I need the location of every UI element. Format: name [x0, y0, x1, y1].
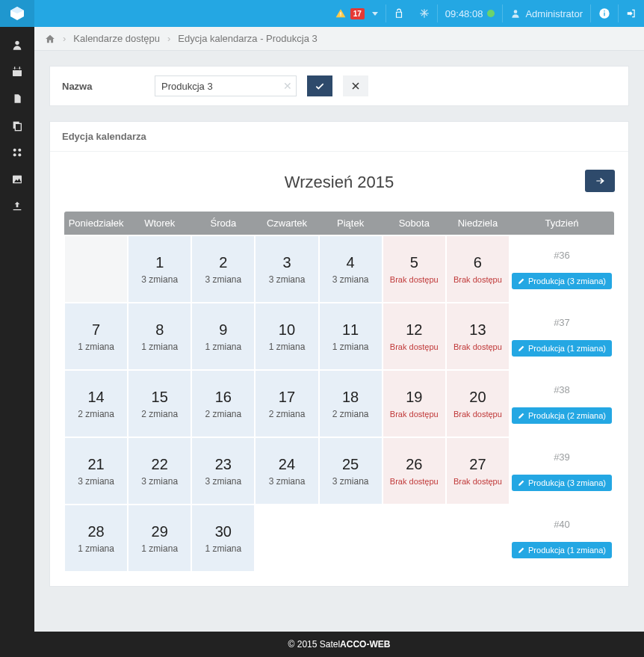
- sidebar-document[interactable]: [0, 85, 34, 112]
- day-cell[interactable]: 101 zmiana: [255, 303, 318, 370]
- clock-display: 09:48:08: [438, 0, 503, 27]
- day-cell[interactable]: 172 zmiana: [255, 370, 318, 437]
- sidebar-users[interactable]: [0, 31, 34, 58]
- day-cell[interactable]: 162 zmiana: [191, 370, 255, 437]
- day-cell[interactable]: 111 zmiana: [319, 303, 383, 370]
- upload-icon: [11, 200, 23, 212]
- edit-icon: [518, 479, 525, 487]
- week-edit-button[interactable]: Produkcja (1 zmiana): [512, 340, 612, 357]
- day-cell[interactable]: 23 zmiana: [191, 235, 255, 303]
- calendar-icon: [11, 66, 23, 78]
- col-wed: Środa: [191, 212, 255, 235]
- day-cell[interactable]: 91 zmiana: [191, 303, 255, 370]
- day-cell[interactable]: 223 zmiana: [128, 437, 191, 505]
- unlock-icon: [394, 8, 404, 19]
- clear-icon[interactable]: ✕: [283, 80, 292, 92]
- svg-point-8: [15, 41, 19, 45]
- svg-rect-6: [604, 13, 604, 16]
- week-edit-button[interactable]: Produkcja (2 zmiana): [512, 407, 612, 424]
- col-tue: Wtorek: [128, 212, 191, 235]
- day-cell[interactable]: 5Brak dostępu: [383, 235, 446, 303]
- day-cell[interactable]: 71 zmiana: [64, 303, 128, 370]
- day-cell[interactable]: 27Brak dostępu: [446, 437, 510, 505]
- day-cell[interactable]: 12Brak dostępu: [383, 303, 446, 370]
- day-cell[interactable]: 253 zmiana: [319, 437, 383, 505]
- info-icon: [598, 7, 610, 19]
- day-cell[interactable]: 281 zmiana: [64, 505, 128, 572]
- user-menu[interactable]: Administrator: [503, 0, 590, 27]
- home-icon[interactable]: [45, 34, 55, 44]
- day-cell[interactable]: 20Brak dostępu: [446, 370, 510, 437]
- breadcrumb-current: Edycja kalendarza - Produkcja 3: [178, 33, 317, 44]
- sidebar-upload[interactable]: [0, 193, 34, 220]
- day-cell[interactable]: 33 zmiana: [255, 235, 318, 303]
- alerts-button[interactable]: 17: [328, 0, 386, 27]
- sidebar-copy[interactable]: [0, 112, 34, 139]
- day-cell[interactable]: 26Brak dostępu: [383, 437, 446, 505]
- day-cell-empty: [383, 505, 446, 572]
- day-cell[interactable]: 301 zmiana: [191, 505, 255, 572]
- day-cell[interactable]: 233 zmiana: [191, 437, 255, 505]
- close-icon: [351, 81, 360, 90]
- cancel-button[interactable]: [343, 75, 368, 96]
- check-icon: [315, 81, 325, 91]
- edit-icon: [518, 412, 525, 419]
- svg-rect-2: [340, 12, 341, 15]
- day-cell[interactable]: 142 zmiana: [64, 370, 128, 437]
- sidebar-modules[interactable]: [0, 139, 34, 166]
- sidebar: [0, 27, 34, 657]
- info-button[interactable]: [591, 0, 618, 27]
- confirm-button[interactable]: [307, 75, 332, 96]
- day-cell[interactable]: 243 zmiana: [255, 437, 318, 505]
- week-edit-button[interactable]: Produkcja (3 zmiana): [512, 475, 612, 491]
- col-fri: Piątek: [319, 212, 383, 235]
- logout-button[interactable]: [619, 0, 644, 27]
- day-cell[interactable]: 13 zmiana: [128, 235, 191, 303]
- svg-point-18: [18, 153, 21, 156]
- day-cell[interactable]: 19Brak dostępu: [383, 370, 446, 437]
- snowflake-icon: [419, 8, 430, 19]
- sidebar-calendar[interactable]: [0, 58, 34, 85]
- week-edit-button[interactable]: Produkcja (3 zmiana): [512, 273, 612, 289]
- chevron-down-icon: [372, 12, 378, 16]
- day-cell-empty: [64, 235, 128, 303]
- logo: [0, 0, 34, 27]
- sidebar-image[interactable]: [0, 166, 34, 193]
- day-cell[interactable]: 81 zmiana: [128, 303, 191, 370]
- svg-rect-3: [340, 15, 341, 16]
- day-cell[interactable]: 43 zmiana: [319, 235, 383, 303]
- user-icon: [510, 8, 521, 19]
- name-input[interactable]: [155, 75, 297, 96]
- user-icon: [11, 39, 23, 51]
- day-cell-empty: [255, 505, 318, 572]
- col-sun: Niedziela: [446, 212, 510, 235]
- settings-button[interactable]: [412, 0, 437, 27]
- week-edit-button[interactable]: Produkcja (1 zmiana): [512, 542, 612, 558]
- warning-icon: [335, 8, 346, 19]
- name-label: Nazwa: [62, 81, 144, 92]
- day-cell[interactable]: 213 zmiana: [64, 437, 128, 505]
- col-thu: Czwartek: [255, 212, 318, 235]
- breadcrumb-link[interactable]: Kalendarze dostępu: [73, 33, 160, 44]
- week-cell: #39Produkcja (3 zmiana): [510, 437, 614, 505]
- unlock-button[interactable]: [386, 0, 412, 27]
- breadcrumb: › Kalendarze dostępu › Edycja kalendarza…: [34, 27, 644, 51]
- week-cell: #38Produkcja (2 zmiana): [510, 370, 614, 437]
- col-sat: Sobota: [383, 212, 446, 235]
- day-cell[interactable]: 13Brak dostępu: [446, 303, 510, 370]
- svg-rect-11: [14, 67, 15, 69]
- alert-badge: 17: [350, 8, 365, 19]
- day-cell[interactable]: 182 zmiana: [319, 370, 383, 437]
- svg-point-17: [13, 153, 16, 156]
- svg-rect-7: [604, 10, 604, 11]
- svg-point-15: [13, 149, 16, 152]
- image-icon: [11, 173, 23, 185]
- edit-icon: [518, 345, 525, 352]
- arrow-right-icon: [594, 176, 606, 186]
- col-week: Tydzień: [510, 212, 614, 235]
- next-month-button[interactable]: [585, 170, 615, 192]
- modules-icon: [11, 146, 23, 158]
- day-cell[interactable]: 152 zmiana: [128, 370, 191, 437]
- day-cell[interactable]: 291 zmiana: [128, 505, 191, 572]
- day-cell[interactable]: 6Brak dostępu: [446, 235, 510, 303]
